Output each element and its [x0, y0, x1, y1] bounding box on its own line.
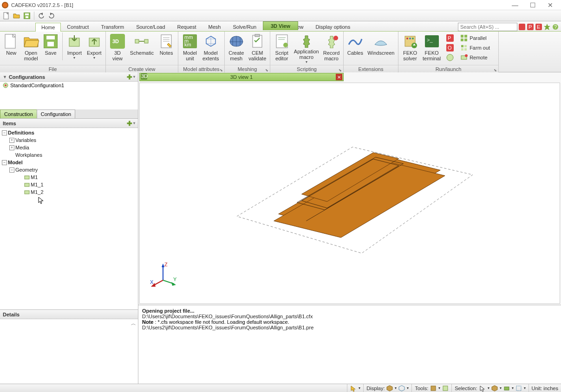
subtab-configuration[interactable]: Configuration: [37, 109, 75, 118]
export-button[interactable]: Export▾: [85, 32, 104, 65]
svg-rect-14: [47, 42, 54, 46]
svg-point-35: [283, 43, 288, 47]
search-input[interactable]: [458, 23, 517, 31]
remote-button[interactable]: Remote: [458, 53, 492, 62]
import-button[interactable]: Import▾: [65, 32, 84, 65]
status-display-label: Display:: [366, 386, 385, 391]
group-createview-label: Create view: [106, 65, 178, 72]
script-editor-button[interactable]: Script editor: [272, 32, 291, 65]
feko-terminal-button[interactable]: >_FEKO terminal: [421, 32, 443, 65]
svg-rect-30: [253, 35, 262, 47]
configurations-header[interactable]: ▼Configurations ✚▾: [0, 72, 138, 82]
tools-icon-1[interactable]: [430, 385, 437, 392]
view-tab-3d[interactable]: 3D 3D view 1 ✕: [139, 73, 344, 81]
tree-item-m1-2[interactable]: M1_2: [2, 188, 136, 196]
svg-marker-72: [171, 282, 176, 286]
tab-transform[interactable]: Transform: [95, 22, 130, 31]
app-macro-button[interactable]: Application macro▾: [292, 32, 320, 65]
tri-icon-3[interactable]: E: [535, 23, 542, 31]
svg-rect-61: [25, 176, 29, 179]
close-button[interactable]: ✕: [541, 0, 559, 10]
tab-request[interactable]: Request: [171, 22, 202, 31]
cem-validate-button[interactable]: CEM validate: [247, 32, 268, 65]
launch-icon-2[interactable]: O: [444, 43, 456, 52]
undo-icon[interactable]: [37, 12, 46, 20]
new-file-icon[interactable]: [2, 12, 11, 20]
svg-rect-2: [25, 13, 29, 15]
add-configuration-icon[interactable]: ✚: [127, 73, 132, 81]
expand-icon[interactable]: +: [9, 138, 14, 143]
cables-button[interactable]: Cables: [346, 32, 365, 65]
new-button[interactable]: New: [2, 32, 20, 65]
launch-icon-1[interactable]: P: [444, 33, 456, 43]
parallel-button[interactable]: Parallel: [458, 33, 492, 43]
tri-icon-1[interactable]: [518, 23, 526, 31]
configuration-item[interactable]: StandardConfiguration1: [0, 82, 138, 89]
model-unit-button[interactable]: mmmkmModel unit: [180, 32, 200, 65]
collapse-icon[interactable]: −: [9, 167, 14, 173]
add-item-icon[interactable]: ✚: [127, 120, 132, 127]
tree-item-m1-1[interactable]: M1_1: [2, 181, 136, 188]
launch-icon-3[interactable]: [444, 53, 456, 62]
collapse-icon[interactable]: −: [2, 160, 7, 165]
create-mesh-button[interactable]: Create mesh: [227, 32, 246, 65]
tri-icon-4[interactable]: [543, 23, 551, 31]
minimize-button[interactable]: —: [506, 0, 524, 10]
log-area[interactable]: Opening project file... D:\Users2\jif\Do…: [138, 305, 561, 384]
context-tab-3d-view[interactable]: 3D View: [263, 21, 298, 30]
view-area: 3D 3D view 1 ✕: [138, 72, 561, 384]
status-pick[interactable]: ▾: [347, 384, 360, 392]
tab-home[interactable]: Home: [35, 23, 61, 32]
items-header[interactable]: Items ✚▾: [0, 119, 138, 128]
tab-display-options[interactable]: Display options: [310, 22, 357, 31]
save-icon[interactable]: [22, 12, 32, 20]
maximize-button[interactable]: ☐: [524, 0, 541, 10]
tab-construct[interactable]: Construct: [61, 22, 95, 31]
tab-mesh[interactable]: Mesh: [202, 22, 227, 31]
tri-icon-2[interactable]: P: [527, 23, 534, 31]
tools-icon-2[interactable]: [442, 385, 449, 392]
select-face-icon[interactable]: [503, 385, 510, 392]
select-region-icon[interactable]: [515, 385, 522, 392]
display-wire-icon[interactable]: [398, 385, 405, 392]
select-cube-icon[interactable]: [491, 385, 498, 392]
save-button[interactable]: Save: [41, 32, 60, 65]
collapse-details-icon[interactable]: ︿: [131, 320, 136, 327]
group-extensions-label: Extensions: [344, 65, 398, 72]
status-selection-label: Selection:: [455, 386, 477, 391]
tab-source-load[interactable]: Source/Load: [130, 22, 171, 31]
svg-point-39: [409, 38, 411, 39]
schematic-button[interactable]: Schematic: [128, 32, 156, 65]
svg-text:km: km: [184, 42, 191, 47]
redo-icon[interactable]: [47, 12, 56, 20]
items-tree[interactable]: −Definitions +Variables +Media Workplane…: [0, 128, 138, 309]
expand-icon[interactable]: +: [9, 145, 14, 150]
collapse-icon[interactable]: −: [2, 130, 7, 135]
part-icon: [24, 174, 30, 180]
svg-rect-56: [464, 48, 467, 51]
group-runlaunch-label: Run/launch⬊: [398, 65, 498, 72]
model-extents-button[interactable]: Model extents: [201, 32, 221, 65]
open-model-button[interactable]: Open model: [21, 32, 40, 65]
details-header[interactable]: Details: [0, 310, 138, 319]
farmout-button[interactable]: Farm out: [458, 43, 492, 52]
svg-rect-31: [255, 34, 260, 37]
close-tab-icon[interactable]: ✕: [336, 74, 342, 80]
subtab-construction[interactable]: Construction: [0, 109, 37, 118]
feko-solver-button[interactable]: FEKO solver: [400, 32, 420, 65]
3d-canvas[interactable]: Z X Y: [139, 83, 560, 304]
record-macro-button[interactable]: Record macro: [321, 32, 341, 65]
3d-view-button[interactable]: 3D3D view: [108, 32, 127, 65]
notes-button[interactable]: Notes: [157, 32, 176, 65]
windscreen-button[interactable]: Windscreen: [366, 32, 396, 65]
display-cube-icon[interactable]: [386, 385, 393, 392]
status-tools-label: Tools:: [415, 386, 428, 391]
open-icon[interactable]: [12, 12, 21, 20]
tree-item-m1[interactable]: M1: [2, 174, 136, 181]
axis-gizmo[interactable]: Z X Y: [149, 262, 177, 289]
help-icon[interactable]: ?: [552, 23, 559, 31]
window-title: CADFEKO v2017.2.5 - [B1]: [11, 2, 506, 8]
part-icon: [24, 189, 30, 195]
select-arrow-icon[interactable]: [479, 385, 486, 392]
tab-solve-run[interactable]: Solve/Run: [227, 22, 262, 31]
